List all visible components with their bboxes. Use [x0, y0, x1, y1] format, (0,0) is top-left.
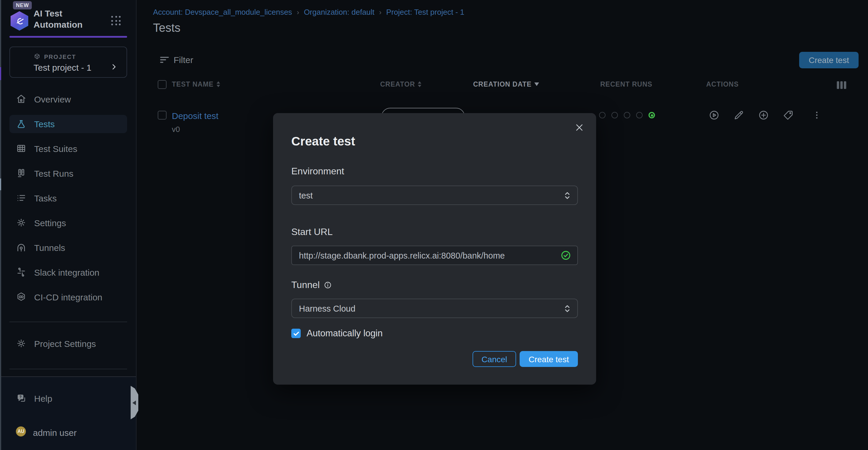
sidebar: NEW AI Test Automation PROJECT Test proj… — [0, 0, 136, 450]
recent-run-dot[interactable] — [636, 112, 643, 118]
page-title: Tests — [153, 21, 180, 35]
project-selector-value: Test project - 1 — [34, 62, 92, 73]
recent-run-dot-success[interactable] — [649, 112, 655, 118]
kebab-menu-icon — [812, 110, 822, 121]
auto-login-checkbox[interactable] — [291, 329, 301, 338]
grid-icon — [16, 143, 27, 154]
auto-login-label: Automatically login — [307, 328, 382, 339]
valid-check-icon — [560, 250, 571, 261]
app-name-line1: AI Test — [34, 8, 83, 19]
chevron-right-icon — [110, 63, 118, 71]
sidebar-item-overview[interactable]: Overview — [9, 90, 127, 108]
app-screen: NEW AI Test Automation PROJECT Test proj… — [0, 0, 868, 450]
sidebar-scroll-accent — [0, 67, 1, 80]
tunnel-label: Tunnel — [291, 280, 332, 290]
sidebar-item-cicd-integration[interactable]: CI-CD integration — [9, 288, 127, 306]
sidebar-item-help[interactable]: ? Help — [9, 389, 127, 407]
create-test-modal: Create test Environment test Start URL h… — [273, 113, 596, 385]
sidebar-item-project-settings[interactable]: Project Settings — [9, 334, 127, 353]
brand-divider — [9, 36, 127, 38]
cube-icon — [34, 53, 41, 60]
add-to-suite-button[interactable] — [758, 110, 769, 121]
link-hexagon-icon — [16, 291, 27, 302]
sidebar-item-test-suites[interactable]: Test Suites — [9, 139, 127, 158]
breadcrumb-separator: › — [379, 8, 382, 16]
app-switcher-icon[interactable] — [111, 16, 121, 25]
sidebar-item-label: Help — [34, 393, 52, 403]
column-header-test-name[interactable]: TEST NAME — [172, 81, 220, 88]
sidebar-item-label: Tests — [34, 119, 55, 129]
sidebar-item-tests[interactable]: Tests — [9, 115, 127, 133]
plus-circle-icon — [758, 110, 769, 121]
test-name-link[interactable]: Deposit test — [172, 111, 218, 121]
info-icon[interactable] — [324, 281, 332, 289]
sidebar-item-settings[interactable]: Settings — [9, 214, 127, 232]
app-name: AI Test Automation — [34, 8, 83, 30]
project-selector[interactable]: PROJECT Test project - 1 — [9, 47, 127, 78]
recent-run-dot[interactable] — [599, 112, 606, 118]
breadcrumb: Account: Devspace_all_module_licenses › … — [153, 8, 464, 17]
flask-icon — [16, 119, 27, 129]
modal-title: Create test — [291, 134, 355, 148]
avatar[interactable]: AU — [16, 426, 26, 437]
filter-button[interactable]: Filter — [160, 55, 193, 65]
select-carets-icon — [564, 191, 570, 200]
breadcrumb-account[interactable]: Account: Devspace_all_module_licenses — [153, 8, 292, 17]
sidebar-item-label: Slack integration — [34, 267, 99, 277]
home-icon — [16, 94, 27, 104]
environment-label: Environment — [291, 166, 344, 177]
pencil-icon — [733, 110, 744, 121]
environment-value: test — [299, 191, 564, 200]
sidebar-scrollbar-thumb[interactable] — [0, 178, 1, 190]
breadcrumb-project[interactable]: Project: Test project - 1 — [386, 8, 464, 17]
new-badge: NEW — [13, 1, 32, 9]
sidebar-item-slack-integration[interactable]: Slack integration — [9, 263, 127, 281]
tag-test-button[interactable] — [783, 110, 794, 121]
tunnel-select[interactable]: Harness Cloud — [291, 299, 578, 318]
project-selector-label: PROJECT — [44, 53, 76, 60]
recent-run-dot[interactable] — [612, 112, 618, 118]
gear-icon — [16, 217, 27, 228]
sidebar-item-tunnels[interactable]: Tunnels — [9, 238, 127, 256]
logo-glyph-icon — [13, 15, 25, 27]
slack-icon — [16, 267, 27, 277]
breadcrumb-separator: › — [297, 8, 299, 16]
sidebar-item-label: Test Suites — [34, 143, 78, 153]
sidebar-item-label: Tasks — [34, 193, 57, 203]
modal-create-test-button[interactable]: Create test — [520, 351, 578, 367]
column-header-actions: ACTIONS — [706, 81, 739, 88]
column-header-creation-date[interactable]: CREATION DATE — [473, 81, 539, 88]
start-url-input[interactable]: http://stage.dbank.prod-apps.relicx.ai:8… — [291, 246, 578, 265]
sidebar-item-label: Test Runs — [34, 168, 73, 178]
column-header-creator[interactable]: CREATOR — [380, 81, 422, 88]
help-chat-icon: ? — [16, 393, 27, 403]
play-circle-icon — [709, 110, 720, 121]
test-runs-icon — [16, 168, 27, 178]
breadcrumb-organization[interactable]: Organization: default — [304, 8, 375, 17]
row-checkbox[interactable] — [158, 111, 166, 119]
tunnel-icon — [16, 242, 27, 253]
select-all-checkbox[interactable] — [158, 80, 166, 89]
select-carets-icon — [564, 304, 570, 313]
sidebar-bottom-panel — [0, 376, 136, 450]
column-settings-icon[interactable] — [837, 81, 846, 89]
user-name[interactable]: admin user — [33, 428, 76, 438]
sidebar-item-test-runs[interactable]: Test Runs — [9, 164, 127, 182]
app-name-line2: Automation — [34, 19, 83, 30]
create-test-button[interactable]: Create test — [799, 52, 859, 68]
sort-icon — [217, 81, 220, 87]
sidebar-item-label: CI-CD integration — [34, 292, 102, 302]
app-logo — [10, 11, 28, 31]
sidebar-item-tasks[interactable]: Tasks — [9, 189, 127, 207]
svg-text:?: ? — [20, 395, 22, 399]
environment-select[interactable]: test — [291, 186, 578, 205]
start-url-label: Start URL — [291, 227, 333, 237]
run-test-button[interactable] — [709, 110, 720, 121]
recent-run-dot[interactable] — [624, 112, 630, 118]
sidebar-collapse-handle[interactable] — [131, 386, 138, 419]
cancel-button[interactable]: Cancel — [472, 351, 516, 367]
list-icon — [16, 193, 27, 203]
edit-test-button[interactable] — [733, 110, 744, 121]
close-icon[interactable] — [575, 122, 584, 133]
more-actions-button[interactable] — [812, 110, 822, 121]
